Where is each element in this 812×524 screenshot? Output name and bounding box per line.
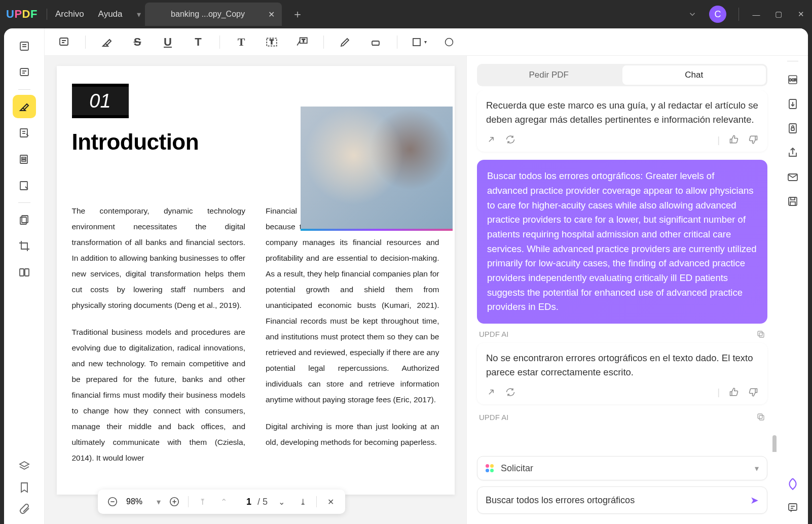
chapter-badge: 01 [72, 84, 129, 118]
paragraph: Traditional business models and procedur… [72, 324, 246, 466]
strikethrough-tool[interactable]: S [128, 33, 146, 51]
svg-rect-10 [22, 157, 26, 159]
organize-pages-button[interactable] [13, 148, 36, 171]
share-icon[interactable] [486, 387, 496, 397]
eraser-tool[interactable] [366, 33, 385, 51]
squiggly-tool[interactable]: T [189, 33, 207, 51]
svg-text:T: T [302, 38, 305, 43]
highlighter-tool[interactable] [98, 33, 116, 51]
menu-file[interactable]: Archivo [55, 9, 84, 19]
document-columns: The contemporary, dynamic technology env… [72, 203, 439, 477]
chevron-down-icon[interactable] [688, 10, 697, 19]
thumbs-down-icon[interactable] [748, 134, 758, 145]
layers-icon[interactable] [18, 460, 30, 472]
chat-toggle-icon[interactable] [787, 502, 799, 514]
first-page-button[interactable]: ⤒ [195, 494, 210, 509]
note-tool[interactable] [55, 33, 73, 51]
svg-rect-38 [758, 414, 762, 418]
bookmark-icon[interactable] [18, 481, 30, 494]
save-icon[interactable] [787, 195, 799, 207]
close-button[interactable]: ✕ [796, 10, 806, 19]
text-tool[interactable]: T [232, 33, 250, 51]
chevron-down-icon: ▾ [755, 464, 759, 473]
prompt-dots-icon [486, 464, 495, 472]
zoom-dropdown-icon[interactable]: ▾ [157, 497, 161, 507]
tab-dropdown-icon[interactable]: ▾ [137, 10, 141, 19]
crop-button[interactable] [13, 234, 36, 258]
regenerate-icon[interactable] [505, 387, 515, 397]
edit-text-button[interactable] [13, 121, 36, 145]
svg-marker-17 [20, 462, 29, 467]
ai-tabs: Pedir PDF Chat [477, 64, 767, 86]
shape-tool[interactable]: ▾ [410, 33, 428, 51]
app-body: S U T T T T ▾ 01 Introduction The contem… [4, 28, 808, 524]
page-total: / 5 [257, 497, 268, 507]
scrollbar-thumb[interactable] [772, 435, 777, 452]
document-tab[interactable]: banking ...opy_Copy ✕ [145, 3, 282, 26]
document-wrapper[interactable]: 01 Introduction The contemporary, dynami… [45, 56, 466, 524]
email-icon[interactable] [787, 171, 799, 183]
document-viewport: 01 Introduction The contemporary, dynami… [45, 28, 466, 524]
send-button[interactable]: ➤ [750, 494, 759, 506]
protect-icon[interactable] [787, 122, 799, 134]
svg-rect-9 [20, 155, 27, 163]
page-number-input[interactable] [237, 497, 251, 507]
tab-strip: ▾ banking ...opy_Copy ✕ ＋ [137, 3, 303, 26]
zoom-in-button[interactable] [167, 494, 182, 509]
share-icon[interactable] [486, 134, 496, 145]
thumbs-down-icon[interactable] [748, 387, 758, 397]
svg-rect-27 [413, 39, 420, 46]
form-button[interactable] [13, 174, 36, 197]
callout-tool[interactable]: T [293, 33, 311, 51]
attachment-icon[interactable] [18, 503, 30, 515]
convert-icon[interactable] [787, 98, 799, 110]
svg-rect-3 [20, 68, 28, 76]
add-tab-button[interactable]: ＋ [292, 7, 303, 22]
reader-mode-button[interactable] [13, 34, 36, 58]
tab-pedir-pdf[interactable]: Pedir PDF [477, 64, 621, 86]
toolbar-separator [323, 36, 324, 49]
more-tool[interactable] [440, 33, 458, 51]
underline-tool[interactable]: U [159, 33, 177, 51]
comment-button[interactable] [13, 61, 36, 84]
close-icon[interactable]: ✕ [268, 10, 275, 19]
separator [188, 496, 189, 507]
chat-input-box: ➤ [477, 486, 767, 514]
prev-page-button[interactable]: ⌃ [216, 494, 231, 509]
svg-rect-25 [372, 41, 379, 45]
chat-scroll[interactable]: Recuerda que este marco es una guía, y a… [467, 90, 778, 452]
chat-input[interactable] [486, 495, 750, 506]
ai-toggle-icon[interactable] [786, 477, 799, 491]
ai-message: Recuerda que este marco es una guía, y a… [477, 90, 767, 152]
thumbs-up-icon[interactable] [729, 134, 739, 145]
window-controls: C — ▢ ✕ [688, 6, 806, 23]
compare-button[interactable] [13, 261, 36, 284]
thumbs-up-icon[interactable] [729, 387, 739, 397]
next-page-button[interactable]: ⌄ [274, 494, 289, 509]
ai-label: UPDF AI [479, 330, 765, 339]
svg-rect-6 [20, 129, 27, 137]
share-icon[interactable] [787, 147, 799, 159]
minimize-button[interactable]: — [751, 10, 761, 19]
tab-chat[interactable]: Chat [622, 65, 766, 85]
copy-icon[interactable] [756, 412, 765, 422]
prompt-selector[interactable]: Solicitar ▾ [477, 456, 767, 480]
svg-rect-44 [789, 124, 796, 133]
regenerate-icon[interactable] [505, 134, 515, 145]
svg-rect-11 [22, 160, 26, 161]
last-page-button[interactable]: ⤓ [295, 494, 310, 509]
zoom-out-button[interactable] [105, 494, 120, 509]
user-avatar[interactable]: C [709, 6, 726, 23]
svg-text:T: T [270, 39, 274, 46]
maximize-button[interactable]: ▢ [773, 10, 784, 19]
menu-help[interactable]: Ayuda [98, 9, 123, 19]
prompt-label: Solicitar [501, 463, 755, 474]
svg-rect-18 [60, 38, 68, 45]
textbox-tool[interactable]: T [263, 33, 281, 51]
close-toolbar-button[interactable]: ✕ [323, 494, 338, 509]
copy-icon[interactable] [756, 330, 765, 339]
pencil-tool[interactable] [336, 33, 354, 51]
ocr-icon[interactable]: OCR [787, 74, 799, 86]
highlight-tool-button[interactable] [13, 95, 36, 118]
page-copy-button[interactable] [13, 208, 36, 231]
